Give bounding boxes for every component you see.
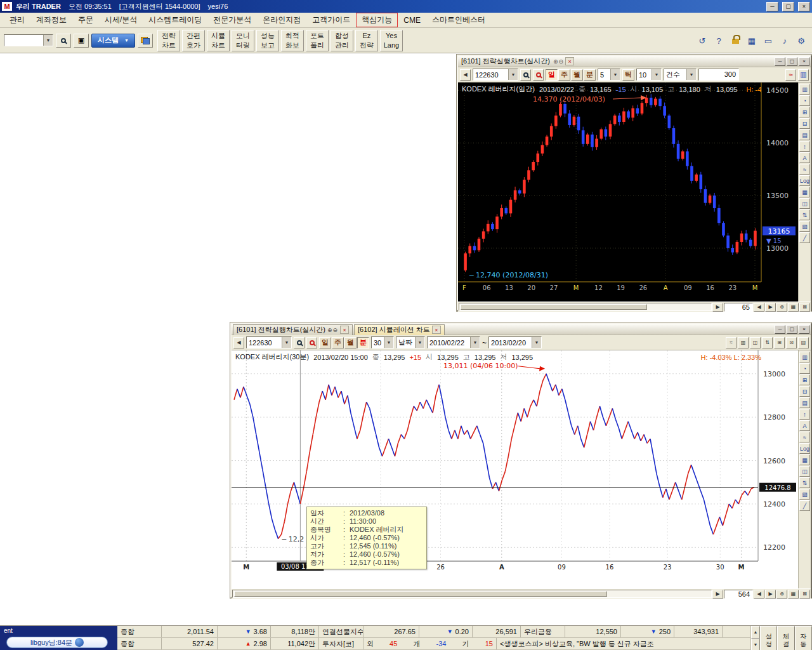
collapse-left-icon[interactable]: ◀ — [460, 69, 471, 81]
close-pane-icon[interactable]: ⊠ — [799, 590, 810, 599]
window-close-button[interactable]: × — [799, 325, 809, 334]
next-bar-icon[interactable]: ▶ — [765, 303, 776, 312]
maximize-button[interactable]: ▢ — [782, 2, 794, 11]
chevron-down-icon[interactable]: ▼ — [470, 337, 480, 348]
menu-item-스마트인베스터[interactable]: 스마트인베스터 — [426, 13, 491, 27]
search-icon[interactable] — [56, 34, 71, 48]
period-button-일[interactable]: 일 — [546, 69, 558, 81]
compare-icon[interactable]: ⇅ — [762, 337, 773, 348]
period-button-월[interactable]: 월 — [344, 337, 357, 348]
date-from-combo[interactable]: 2010/02/22▼ — [427, 336, 480, 348]
user-session-button[interactable]: libguy님:84분 — [6, 637, 108, 648]
chevron-down-icon[interactable]: ▼ — [532, 337, 541, 348]
period-button-분[interactable]: 분 — [357, 337, 369, 348]
menu-item-시세/분석[interactable]: 시세/분석 — [99, 13, 143, 27]
chart-close-icon[interactable]: × — [565, 57, 574, 65]
log-scale-icon[interactable]: Log — [799, 443, 810, 454]
add-window-icon[interactable]: ⊞ — [774, 337, 785, 348]
zoom-out-icon[interactable]: ⊟ — [799, 118, 810, 129]
menu-item-핵심기능[interactable]: 핵심기능 — [356, 13, 398, 27]
grid-icon[interactable]: ▦ — [799, 187, 810, 197]
trendline-icon[interactable]: ╱ — [799, 232, 810, 243]
pattern-icon[interactable]: ▧ — [799, 489, 810, 500]
wave-tool-icon[interactable]: ≈ — [799, 164, 810, 175]
tab-close-icon[interactable]: × — [432, 326, 441, 334]
split-pane-icon[interactable]: ◫ — [799, 198, 810, 209]
y-scale-icon[interactable]: ↕ — [799, 141, 810, 152]
window-titlebar[interactable]: [6101] 전략실행차트(실시간) ⊕⊖ × ─ ▢ × — [458, 56, 811, 67]
minute-combo[interactable]: 5▼ — [598, 69, 620, 81]
feature-button-간편[interactable]: 간편호가 — [182, 30, 205, 51]
bar-style-icon[interactable]: ▥ — [738, 337, 749, 348]
symbol-search-icon[interactable] — [520, 69, 531, 81]
tick-button[interactable]: 틱 — [622, 69, 634, 81]
prev-bar-icon[interactable]: ◀ — [754, 590, 764, 599]
minute-combo[interactable]: 30▼ — [371, 336, 394, 348]
close-button[interactable]: × — [798, 2, 810, 11]
zoom-reset-icon[interactable]: ⊕ — [776, 590, 787, 599]
scrollbar-thumb[interactable] — [234, 591, 607, 597]
bar-chart-icon[interactable]: ▥ — [798, 69, 809, 81]
scrollbar-track[interactable] — [459, 303, 712, 311]
feature-button-전략[interactable]: 전략차트 — [157, 30, 180, 51]
window-maximize-button[interactable]: ▢ — [787, 57, 797, 66]
candle-style-icon[interactable]: ◫ — [750, 337, 761, 348]
sort-icon[interactable]: ⇅ — [799, 477, 810, 488]
chevron-down-icon[interactable]: ▼ — [43, 35, 53, 46]
chevron-down-icon[interactable]: ▼ — [610, 69, 620, 80]
feature-button-성능[interactable]: 성능보고 — [256, 30, 279, 51]
lock-icon[interactable] — [728, 33, 742, 47]
count-mode-combo[interactable]: 건수▼ — [664, 69, 697, 81]
zoom-reset-icon[interactable]: ⊕ — [776, 303, 787, 312]
line-chart-icon[interactable]: ≈ — [785, 69, 796, 81]
chevron-down-icon[interactable]: ▼ — [686, 69, 696, 80]
chart-style-icon[interactable]: ▥ — [799, 84, 810, 95]
line-style-icon[interactable]: ≈ — [726, 337, 737, 348]
chevron-down-icon[interactable]: ▼ — [508, 69, 518, 80]
feature-button-최적[interactable]: 최적화보 — [281, 30, 304, 51]
sort-icon[interactable]: ⇅ — [799, 209, 810, 220]
chevron-down-icon[interactable]: ▼ — [652, 69, 661, 80]
period-button-주[interactable]: 주 — [558, 69, 570, 81]
pane-layout-icon[interactable]: ▤ — [799, 129, 810, 140]
window-titlebar[interactable]: [6101] 전략실행차트(실시간) ⊕⊖ × [6102] 시뮬레이션 차트 … — [232, 324, 811, 335]
feature-button-합성[interactable]: 합성관리 — [331, 30, 353, 51]
symbol-search-icon[interactable] — [294, 337, 304, 348]
stock-search-icon[interactable] — [306, 337, 317, 348]
intraday-line-chart[interactable]: 1300012800126001240012200M1926A09162330M… — [232, 350, 798, 588]
grid-icon[interactable]: ▦ — [799, 454, 810, 465]
pane-layout-icon[interactable]: ▤ — [799, 397, 810, 408]
scroll-right-icon[interactable]: ▶ — [712, 590, 723, 599]
prev-bar-icon[interactable]: ◀ — [754, 303, 764, 312]
side-tab-자동[interactable]: 자동 — [795, 626, 812, 650]
menu-item-시스템트레이딩[interactable]: 시스템트레이딩 — [143, 13, 207, 27]
menu-item-관리[interactable]: 관리 — [4, 13, 30, 27]
minimize-button[interactable]: ─ — [766, 2, 778, 11]
close-pane-icon[interactable]: ⊠ — [799, 303, 810, 312]
zoom-in-icon[interactable]: ⊞ — [799, 107, 810, 117]
settings-icon[interactable]: ⚙ — [794, 34, 808, 48]
quick-search-combo[interactable]: ▼ — [4, 34, 53, 46]
menu-item-전문가분석[interactable]: 전문가분석 — [207, 13, 257, 27]
next-bar-icon[interactable]: ▶ — [765, 590, 776, 599]
chevron-down-icon[interactable]: ▼ — [415, 337, 424, 348]
menu-item-CME[interactable]: CME — [398, 14, 426, 27]
feature-button-시뮬[interactable]: 시뮬차트 — [207, 30, 230, 51]
period-button-월[interactable]: 월 — [571, 69, 583, 81]
zoom-out-icon[interactable]: ⊟ — [799, 386, 810, 397]
period-button-분[interactable]: 분 — [584, 69, 596, 81]
window-close-button[interactable]: × — [799, 57, 809, 66]
daily-candlestick-chart[interactable]: 14500140001350013000F06132027M121926A091… — [458, 83, 798, 302]
symbol-code-combo[interactable]: 122630▼ — [473, 69, 518, 81]
windows-icon[interactable] — [138, 34, 153, 48]
menu-item-계좌정보[interactable]: 계좌정보 — [30, 13, 72, 27]
visible-bars-input[interactable]: 65 — [724, 303, 753, 312]
split-pane-icon[interactable]: ◫ — [799, 466, 810, 477]
symbol-code-combo[interactable]: 122630▼ — [246, 336, 292, 348]
scroll-right-icon[interactable]: ▶ — [712, 303, 723, 312]
feature-button-포트[interactable]: 포트폴리 — [306, 30, 329, 51]
text-tool-icon[interactable]: A — [799, 152, 810, 163]
date-to-combo[interactable]: 2013/02/20▼ — [488, 336, 542, 348]
zoom-in-icon[interactable]: ⊞ — [799, 375, 810, 385]
menu-item-고객가이드[interactable]: 고객가이드 — [306, 13, 356, 27]
